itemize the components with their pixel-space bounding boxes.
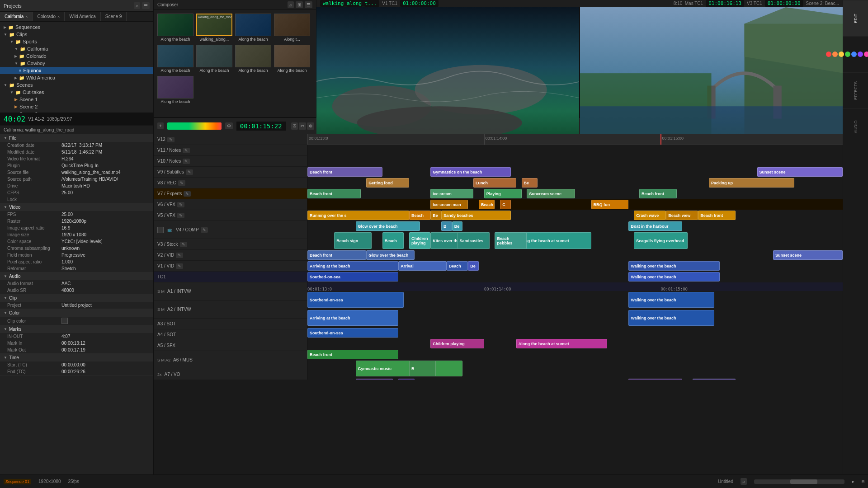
edit-panel-btn[interactable]: EDIT (843, 0, 868, 36)
clip-beach-sign[interactable]: Beach sign (334, 232, 372, 249)
clip-beach-view[interactable]: Beach view (666, 211, 698, 220)
tree-scene2[interactable]: ▶ Scene 2 (0, 103, 153, 110)
clip-arriving-a2[interactable]: Arriving at the beach (307, 310, 398, 326)
clip-walking-a1[interactable]: Walking over the beach (628, 292, 714, 308)
clip-ice-cream-man[interactable]: Ice cream man (430, 200, 468, 209)
clip-be-v5[interactable]: Be (452, 221, 463, 231)
list-view-btn[interactable]: ☰ (305, 1, 312, 8)
clip-crash-wave[interactable]: Crash wave (634, 211, 666, 220)
media-thumb-3[interactable]: Along the beach (235, 14, 271, 42)
clip-be-v6[interactable]: Be (430, 211, 441, 220)
tree-california[interactable]: ▼ 📁 California (0, 45, 153, 52)
media-thumb-8[interactable]: Along the beach (274, 45, 310, 73)
media-thumb-4[interactable]: Along t... (274, 14, 310, 42)
v3-edit-btn[interactable]: ✎ (180, 242, 187, 247)
clip-b-a6[interactable]: B (409, 361, 436, 376)
search-btn[interactable]: ⌕ (134, 2, 140, 9)
clip-sandy-beaches[interactable]: Sandy beaches (441, 211, 511, 220)
clip-suncream-v8[interactable]: Suncream scene (527, 189, 575, 198)
clip-children-a4[interactable]: Children playing (430, 339, 484, 348)
clip-beach-front-v8[interactable]: Beach front (307, 189, 361, 198)
tree-cowboy[interactable]: ▼ 📁 Cowboy (0, 60, 153, 67)
clip-be[interactable]: Be (522, 178, 538, 188)
media-thumb-9[interactable]: Along the beach (157, 76, 193, 104)
tree-equinox[interactable]: ■ Equinox (0, 67, 153, 74)
tl-settings-btn[interactable]: ⚙ (225, 122, 233, 129)
media-thumb-5[interactable]: Along the beach (157, 45, 193, 73)
tree-scene3[interactable]: ▶ Scene 3 (0, 110, 153, 113)
clip-sunset-v3[interactable]: Sunset scene (773, 250, 843, 260)
marks-section-header[interactable]: ▼ Marks (0, 325, 153, 333)
clip-packing-up[interactable]: Packing up (709, 178, 794, 188)
clip-sandcastles[interactable]: Sandcastles (458, 232, 490, 249)
clip-playing[interactable]: Playing (484, 189, 522, 198)
tree-sequences[interactable]: ▶ 📁 Sequences (0, 23, 153, 31)
clip-glow-v3[interactable]: Glow over the beach (366, 250, 415, 260)
clip-walking-v2[interactable]: Walking over the beach (628, 261, 719, 271)
v12-edit-btn[interactable]: ✎ (167, 137, 175, 142)
tl-add-btn[interactable]: + (157, 122, 164, 129)
clip-boat-harbour[interactable]: Boat in the harbour (628, 221, 682, 231)
clip-b-v5[interactable]: B (441, 221, 452, 231)
clip-children-v4[interactable]: Children playing (409, 232, 430, 249)
clip-section-header[interactable]: ▼ Clip (0, 294, 153, 302)
clip-arrival-v2[interactable]: Arrival (398, 261, 447, 271)
tab-wild-america[interactable]: Wild America (65, 12, 100, 21)
tree-scenes[interactable]: ▼ 📁 Scenes (0, 81, 153, 89)
clip-lunch[interactable]: Lunch (473, 178, 516, 188)
clip-gymnastics-v10[interactable]: Gymnastics on the beach (430, 167, 511, 177)
tl-razor-btn[interactable]: ✂ (299, 122, 306, 130)
clip-beach-v6a[interactable]: Beach (409, 211, 430, 220)
tab-california-close[interactable]: × (25, 14, 28, 19)
media-thumb-6[interactable]: Along the beach (196, 45, 232, 73)
clip-getting-food[interactable]: Getting food (366, 178, 409, 188)
clip-beach-v2[interactable]: Beach (447, 261, 468, 271)
clip-walking-a2[interactable]: Walking over the beach (628, 310, 714, 326)
tab-colorado-close[interactable]: × (57, 14, 60, 19)
clip-walking-v1[interactable]: Walking over the beach (628, 272, 719, 282)
clip-beac-a7[interactable]: Beac (356, 379, 393, 380)
v6-edit-btn[interactable]: ✎ (177, 202, 184, 207)
clip-southed-a1[interactable]: Southend-on-sea (307, 292, 404, 308)
v5-edit-btn[interactable]: ✎ (177, 213, 184, 218)
clip-suncream-a7[interactable]: Suncream scene (628, 379, 682, 380)
clip-beach-front-v3[interactable]: Beach front (307, 250, 366, 260)
tree-sports[interactable]: ▼ 📁 Sports (0, 38, 153, 45)
clip-sunset-v10[interactable]: Sunset scene (757, 167, 843, 177)
tab-colorado[interactable]: Colorado × (33, 12, 65, 21)
clip-c[interactable]: C (500, 200, 511, 209)
clip-beach-v4[interactable]: Beach (382, 232, 404, 249)
audio-section-header[interactable]: ▼ Audio (0, 272, 153, 280)
file-section-header[interactable]: ▼ File (0, 134, 153, 142)
clip-ice-cream[interactable]: Ice cream (430, 189, 473, 198)
clip-color-swatch[interactable] (61, 318, 68, 324)
clip-be-v2[interactable]: Be (468, 261, 479, 271)
search-media-btn[interactable]: ⌕ (288, 1, 294, 8)
clip-arriving-v2[interactable]: Arriving at the beach (307, 261, 398, 271)
status-search-btn[interactable]: ⌕ (741, 478, 747, 485)
media-thumb-1[interactable]: Along the beach (157, 14, 193, 42)
tree-colorado[interactable]: ▶ 📁 Colorado (0, 52, 153, 60)
audio-panel-btn[interactable]: AUDIO (843, 108, 868, 145)
clip-beach-front-a7[interactable]: Beach front (693, 379, 736, 380)
media-thumb-7[interactable]: Along the beach (235, 45, 271, 73)
color-section-header[interactable]: ▼ Color (0, 309, 153, 317)
tree-clips[interactable]: ▼ 📁 Clips (0, 31, 153, 38)
tab-california[interactable]: California × (0, 12, 33, 21)
tree-wild-america[interactable]: ▶ 📁 Wild America (0, 74, 153, 81)
clip-glow-beach-v5[interactable]: Glow over the beach (356, 221, 420, 231)
v2-edit-btn[interactable]: ✎ (176, 253, 183, 258)
clip-beach-front-v6b[interactable]: Beach front (698, 211, 736, 220)
menu-btn[interactable]: ☰ (142, 2, 150, 9)
v1-edit-btn[interactable]: ✎ (176, 263, 183, 269)
media-thumb-2[interactable]: walking_along_the_road walking_along... (196, 14, 232, 42)
tl-snap-btn[interactable]: ⧖ (291, 122, 298, 130)
clip-beach-front-v10[interactable]: Beach front (307, 167, 382, 177)
time-section-header[interactable]: ▼ Time (0, 354, 153, 361)
clip-along-sunset[interactable]: Along the beach at sunset (516, 232, 591, 249)
clip-beach-front-a5[interactable]: Beach front (307, 350, 398, 359)
tab-scene9[interactable]: Scene 9 (101, 12, 127, 21)
clip-seagulls[interactable]: Seagulls flying overhead (634, 232, 687, 249)
clip-beach-v7[interactable]: Beach (479, 200, 495, 209)
status-scrollbar[interactable] (754, 479, 844, 484)
